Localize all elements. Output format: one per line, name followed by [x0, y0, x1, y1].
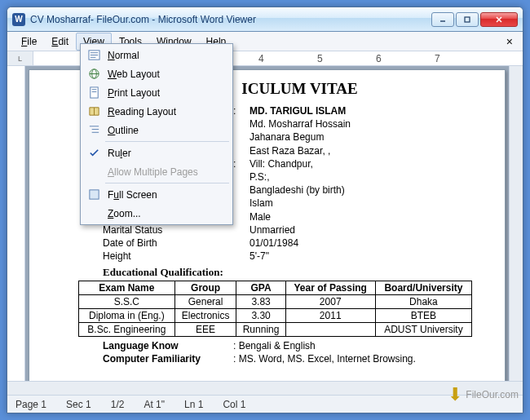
menu-normal[interactable]: Normal [82, 46, 231, 64]
menu-web-layout[interactable]: Web Layout [82, 64, 231, 83]
table-header: Board/University [375, 281, 471, 295]
row-label: Height [103, 250, 233, 263]
row-value: Male [250, 210, 472, 223]
ruler-number: 4 [258, 53, 317, 64]
outline-icon [85, 122, 103, 139]
menu-reading-layout[interactable]: Reading Layout [82, 102, 231, 121]
document-close-icon[interactable]: × [503, 35, 516, 48]
ruler-corner: L [7, 51, 33, 66]
menu-full-label: Full Screen [108, 189, 157, 201]
status-line: Ln 1 [184, 399, 203, 410]
vertical-ruler[interactable] [7, 66, 25, 381]
menu-outline-label: Outline [108, 125, 139, 136]
svg-rect-17 [89, 190, 98, 199]
menu-ruler-label: Ruler [108, 148, 131, 159]
row-value: 01/01/1984 [250, 237, 472, 250]
row-value: Unmarried [250, 223, 472, 237]
row-value: P.S:, [250, 170, 472, 183]
menu-reading-label: Reading Layout [108, 106, 176, 117]
horizontal-scrollbar[interactable] [7, 381, 523, 395]
table-row: B.Sc. EngineeringEEERunningADUST Univers… [79, 323, 472, 337]
menu-ruler[interactable]: Ruler [82, 144, 231, 162]
menu-normal-label: Normal [108, 50, 139, 61]
row-value: Jahanara Begum [250, 130, 472, 144]
row-value: 5'-7" [250, 250, 472, 263]
table-header: Group [174, 281, 236, 295]
ruler-number: 7 [435, 53, 493, 64]
menu-zoom-label: Zoom... [108, 208, 141, 219]
statusbar: Page 1 Sec 1 1/2 At 1" Ln 1 Col 1 [7, 395, 523, 413]
window-title: CV Mosharraf- FileOur.com - Microsoft Wo… [30, 14, 431, 25]
app-icon: W [12, 13, 25, 26]
status-col: Col 1 [223, 399, 245, 410]
table-header: GPA [236, 281, 285, 295]
normal-view-icon [85, 47, 103, 64]
lang-label: Language Know [103, 339, 233, 352]
doc-row: Date of Birth01/01/1984 [103, 237, 472, 250]
row-value: MD. TARIGUL ISLAM [250, 104, 472, 117]
menu-separator [105, 141, 229, 142]
table-row: S.S.CGeneral3.832007Dhaka [79, 295, 472, 309]
menu-multi-label: Allow Multiple Pages [108, 166, 198, 178]
ruler-number: 6 [376, 53, 435, 64]
web-layout-icon [85, 66, 103, 82]
row-label: Marital Status [103, 223, 233, 237]
table-header: Year of Passing [285, 281, 375, 295]
vertical-scrollbar[interactable] [509, 66, 523, 381]
status-section: Sec 1 [66, 399, 91, 410]
menu-print-label: Print Layout [108, 87, 160, 99]
table-row: Diploma in (Eng.)Electronics3.302011BTEB [79, 309, 472, 323]
minimize-button[interactable] [431, 12, 454, 27]
menu-separator [105, 183, 229, 183]
row-label: Date of Birth [103, 237, 233, 250]
menu-edit[interactable]: Edit [44, 33, 76, 51]
status-at: At 1" [144, 399, 165, 410]
lang-value: : Bengali & English [233, 339, 472, 352]
menu-full-screen[interactable]: Full Screen [82, 185, 231, 204]
table-header: Exam Name [79, 281, 175, 295]
svg-rect-1 [465, 17, 470, 22]
menu-zoom[interactable]: Zoom... [82, 204, 231, 223]
row-value: Md. Mosharraf Hossain [250, 117, 472, 130]
comp-value: : MS. Word, MS. Excel, Internet Browsing… [233, 352, 472, 365]
status-pages: 1/2 [111, 399, 125, 410]
maximize-button[interactable] [456, 12, 479, 27]
close-button[interactable] [480, 12, 518, 27]
menu-outline[interactable]: Outline [82, 121, 231, 139]
checkmark-icon [85, 145, 103, 161]
menu-file[interactable]: File [14, 33, 44, 51]
row-value: East Raza Bazar, , [250, 144, 472, 157]
menu-web-label: Web Layout [108, 69, 160, 80]
comp-label: Computer Familiarity [103, 352, 233, 365]
menu-print-layout[interactable]: Print Layout [82, 83, 231, 102]
row-value: Vill: Chandpur, [250, 157, 472, 170]
titlebar: W CV Mosharraf- FileOur.com - Microsoft … [7, 7, 523, 32]
doc-row: Marital StatusUnmarried [103, 223, 472, 237]
view-menu-dropdown: Normal Web Layout Print Layout Reading L… [80, 43, 233, 225]
print-layout-icon [85, 85, 103, 101]
education-table: Exam NameGroupGPAYear of PassingBoard/Un… [78, 281, 472, 337]
edu-heading: Educational Qualification: [103, 266, 472, 279]
row-value: Bangladeshi (by birth) [250, 183, 472, 197]
svg-rect-11 [90, 87, 97, 98]
status-page: Page 1 [15, 399, 46, 410]
ruler-number: 5 [317, 53, 376, 64]
fullscreen-icon [85, 187, 103, 203]
row-value: Islam [250, 197, 472, 210]
menu-allow-multiple: Allow Multiple Pages [82, 162, 231, 181]
doc-row: Height5'-7" [103, 250, 472, 263]
reading-layout-icon [85, 104, 103, 120]
